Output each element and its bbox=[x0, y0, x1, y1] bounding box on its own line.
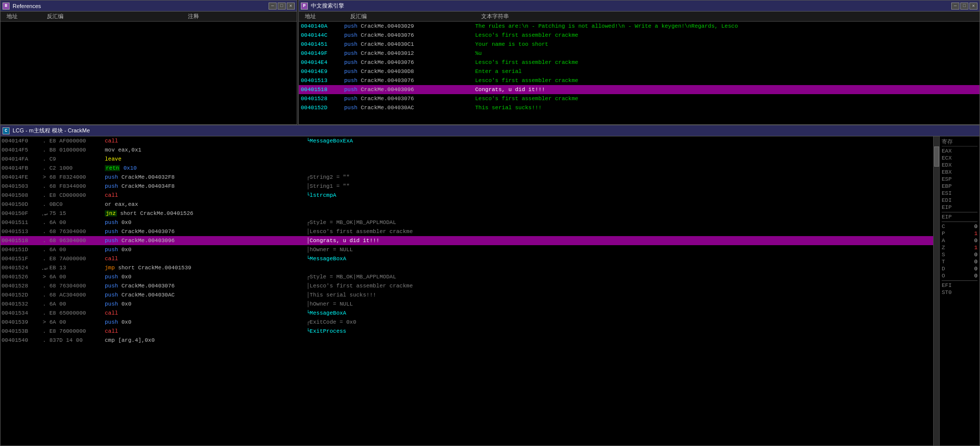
references-minimize-btn[interactable]: ─ bbox=[269, 3, 277, 10]
row-text: %u bbox=[475, 50, 979, 56]
disasm-instr: push CrackMe.00403076 bbox=[105, 283, 306, 289]
disasm-scrollbar[interactable] bbox=[933, 136, 939, 445]
search-row[interactable]: 00401451push CrackMe.004030C1Your name i… bbox=[299, 40, 979, 49]
disasm-row[interactable]: 00401508.E8 CD000000call └lstrcmpA bbox=[1, 191, 933, 200]
disasm-addr: 00401503 bbox=[2, 183, 39, 189]
disasm-row[interactable]: 004014F0.E8 AF000000call └MessageBoxExA bbox=[1, 136, 933, 145]
disasm-addr: 00401508 bbox=[2, 192, 39, 198]
main-title-bar: C LCG - m主线程 模块 - CrackMe bbox=[1, 125, 979, 136]
disasm-instr: or eax,eax bbox=[105, 201, 306, 207]
disasm-instr: push CrackMe.00403096 bbox=[105, 238, 306, 244]
disasm-row[interactable]: 00401528.68 76304000push CrackMe.0040307… bbox=[1, 281, 933, 290]
disasm-row[interactable]: 00401511.6A 00push 0x0┌Style = MB_OK|MB_… bbox=[1, 218, 933, 227]
disasm-dot: . bbox=[39, 219, 49, 226]
disasm-instr: push 0x0 bbox=[105, 247, 306, 253]
disasm-row[interactable]: 0040151D.6A 00push 0x0│hOwner = NULL bbox=[1, 245, 933, 254]
disasm-bytes: 6A 00 bbox=[49, 319, 105, 325]
search-row[interactable]: 0040144Cpush CrackMe.00403076Lesco's fir… bbox=[299, 31, 979, 40]
disasm-comment: └MessageBoxA bbox=[306, 256, 932, 262]
flag-row: C0 bbox=[942, 223, 977, 230]
register-name: EBX bbox=[942, 169, 957, 175]
register-row: ESP bbox=[942, 176, 977, 183]
search-row[interactable]: 0040149Fpush CrackMe.00403012%u bbox=[299, 49, 979, 58]
disasm-row[interactable]: 00401539>6A 00push 0x0┌ExitCode = 0x0 bbox=[1, 318, 933, 327]
references-maximize-btn[interactable]: □ bbox=[278, 3, 286, 10]
disasm-row[interactable]: 00401518.68 96304000push CrackMe.0040309… bbox=[1, 236, 933, 245]
row-addr: 004014E4 bbox=[299, 59, 344, 65]
disasm-dot: . bbox=[39, 138, 49, 144]
chinese-maximize-btn[interactable]: □ bbox=[960, 3, 968, 10]
disasm-row[interactable]: 00401540.837D 14 00cmp [arg.4],0x0 bbox=[1, 336, 933, 345]
row-disasm: push CrackMe.00403076 bbox=[344, 96, 475, 102]
references-close-btn[interactable]: ✕ bbox=[287, 3, 295, 10]
disasm-dot: . bbox=[39, 328, 49, 334]
search-row[interactable]: 00401513push CrackMe.00403076Lesco's fir… bbox=[299, 76, 979, 85]
disasm-comment: ┌Style = MB_OK|MB_APPLMODAL bbox=[306, 219, 932, 226]
search-row[interactable]: 0040152Dpush CrackMe.004030ACThis serial… bbox=[299, 103, 979, 112]
disasm-row[interactable]: 0040150D.0BC0or eax,eax bbox=[1, 200, 933, 209]
flag-row: T0 bbox=[942, 258, 977, 265]
disasm-bytes: 68 96304000 bbox=[49, 238, 105, 244]
row-addr: 00401528 bbox=[299, 96, 344, 102]
disasm-row[interactable]: 00401534.E8 65000000call └MessageBoxA bbox=[1, 309, 933, 318]
disasm-bytes: E8 76000000 bbox=[49, 328, 105, 334]
register-row: EDX bbox=[942, 162, 977, 169]
search-row[interactable]: 0040140Apush CrackMe.00403029The rules a… bbox=[299, 22, 979, 31]
disasm-area: 004014F0.E8 AF000000call └MessageBoxExA0… bbox=[1, 136, 933, 445]
disasm-bytes: 68 F8324000 bbox=[49, 174, 105, 180]
disasm-row[interactable]: 004014FE>68 F8324000push CrackMe.004032F… bbox=[1, 173, 933, 182]
disasm-row[interactable]: 004014FA.C9leave bbox=[1, 155, 933, 164]
disasm-row[interactable]: 0040151F.E8 7A000000call └MessageBoxA bbox=[1, 254, 933, 263]
row-addr: 0040149F bbox=[299, 50, 344, 56]
flag-name: Z bbox=[942, 245, 952, 251]
register-row: EBX bbox=[942, 169, 977, 176]
flag-row: P1 bbox=[942, 230, 977, 237]
chinese-header: 地址 反汇编 文本字符串 bbox=[299, 12, 979, 22]
chinese-close-btn[interactable]: ✕ bbox=[969, 3, 977, 10]
disasm-addr: 00401513 bbox=[2, 229, 39, 235]
disasm-row[interactable]: 0040150F.↵75 15jnz short CrackMe.0040152… bbox=[1, 209, 933, 218]
references-col-addr: 地址 bbox=[3, 12, 43, 21]
disasm-dot: . bbox=[39, 165, 49, 171]
flag-row: Z1 bbox=[942, 244, 977, 251]
disasm-bytes: 6A 00 bbox=[49, 301, 105, 307]
references-title-bar: R References ─ □ ✕ bbox=[1, 1, 297, 12]
disasm-instr: push 0x0 bbox=[105, 301, 306, 307]
disasm-comment: │String1 = "" bbox=[306, 183, 932, 189]
disasm-instr: call bbox=[105, 192, 306, 198]
disasm-bytes: E8 65000000 bbox=[49, 310, 105, 316]
disasm-comment: │Congrats, u did it!!! bbox=[306, 238, 932, 244]
references-col-comment: 注释 bbox=[184, 12, 295, 21]
disasm-row[interactable]: 00401526>6A 00push 0x0┌Style = MB_OK|MB_… bbox=[1, 272, 933, 281]
row-disasm: push CrackMe.004030C1 bbox=[344, 41, 475, 47]
disasm-row[interactable]: 004014F5.B8 01000000mov eax,0x1 bbox=[1, 145, 933, 155]
disasm-bytes: 75 15 bbox=[49, 210, 105, 216]
disasm-comment: └lstrcmpA bbox=[306, 192, 932, 198]
disasm-row[interactable]: 00401513.68 76304000push CrackMe.0040307… bbox=[1, 227, 933, 236]
disasm-row[interactable]: 00401503.68 F8344000push CrackMe.004034F… bbox=[1, 182, 933, 191]
disasm-addr: 00401526 bbox=[2, 274, 39, 280]
disasm-row[interactable]: 00401532.6A 00push 0x0│hOwner = NULL bbox=[1, 300, 933, 309]
disasm-dot: .↵ bbox=[39, 265, 49, 271]
disasm-bytes: E8 CD000000 bbox=[49, 192, 105, 198]
scroll-thumb[interactable] bbox=[934, 146, 939, 167]
chinese-minimize-btn[interactable]: ─ bbox=[951, 3, 959, 10]
disasm-row[interactable]: 00401524.↵EB 13jmp short CrackMe.0040153… bbox=[1, 263, 933, 272]
references-header: 地址 反汇编 注释 bbox=[1, 12, 297, 22]
search-row[interactable]: 004014E9push CrackMe.004030D8Enter a ser… bbox=[299, 67, 979, 76]
references-window-controls[interactable]: ─ □ ✕ bbox=[269, 3, 295, 10]
disasm-comment: │Lesco's first assembler crackme bbox=[306, 229, 932, 235]
search-row[interactable]: 004014E4push CrackMe.00403076Lesco's fir… bbox=[299, 58, 979, 67]
register-name: ESI bbox=[942, 190, 957, 196]
flag-value: 0 bbox=[974, 273, 977, 279]
search-row[interactable]: 00401518push CrackMe.00403096Congrats, u… bbox=[299, 85, 979, 94]
disasm-row[interactable]: 004014FB.C2 1000retn 0x10 bbox=[1, 164, 933, 173]
chinese-window-controls[interactable]: ─ □ ✕ bbox=[951, 3, 977, 10]
disasm-dot: . bbox=[39, 183, 49, 189]
disasm-row[interactable]: 0040153B.E8 76000000call └ExitProcess bbox=[1, 327, 933, 336]
search-row[interactable]: 00401528push CrackMe.00403076Lesco's fir… bbox=[299, 94, 979, 103]
registers-sidebar: 寄存 EAXECXEDXEBXESPEBPESIEDIEIPEIPC0P1A0Z… bbox=[939, 136, 979, 445]
disasm-dot: . bbox=[39, 301, 49, 307]
row-disasm: push CrackMe.004030AC bbox=[344, 105, 475, 111]
disasm-row[interactable]: 0040152D.68 AC304000push CrackMe.004030A… bbox=[1, 290, 933, 300]
